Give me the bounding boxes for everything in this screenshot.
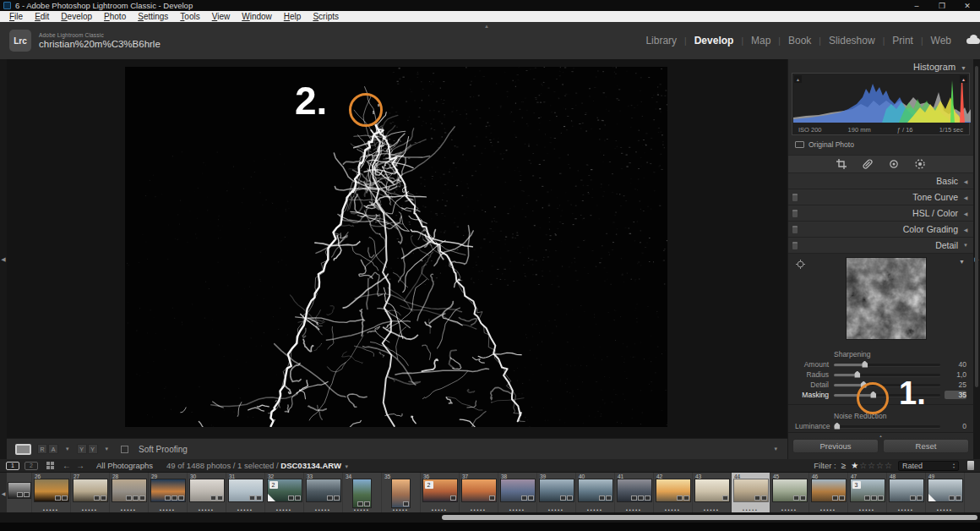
filmstrip-left-arrow[interactable]: ◀ (0, 473, 7, 514)
edit-badge-icon[interactable] (677, 495, 683, 501)
menu-scripts[interactable]: Scripts (307, 11, 345, 22)
filmstrip-cell-40[interactable]: 40••••• (576, 473, 615, 514)
edit-badge-icon[interactable] (631, 495, 637, 501)
edit-badge-icon[interactable] (364, 501, 370, 506)
soft-proofing-checkbox[interactable] (121, 446, 128, 453)
edit-badge-icon[interactable] (334, 495, 340, 501)
edit-badge-icon[interactable] (528, 495, 534, 501)
filmstrip-cell-partial[interactable] (7, 473, 32, 514)
panel-enable-toggle[interactable] (792, 242, 798, 249)
edit-badge-icon[interactable] (101, 495, 106, 501)
photo-thumbnail[interactable]: 2 (423, 479, 457, 501)
sharpen-preview-thumbnail[interactable] (846, 257, 927, 340)
photo-thumbnail[interactable]: 3 (851, 479, 885, 501)
edit-badge-icon[interactable] (567, 495, 573, 501)
edit-badge-icon[interactable] (450, 495, 456, 501)
toolbar-options-dropdown-icon[interactable]: ▾ (774, 446, 777, 452)
photo-thumbnail[interactable] (890, 479, 923, 501)
edit-badge-icon[interactable] (606, 495, 612, 501)
module-slideshow[interactable]: Slideshow (829, 35, 875, 47)
photo-thumbnail[interactable] (151, 479, 185, 501)
edit-badge-icon[interactable] (878, 495, 884, 501)
module-print[interactable]: Print (892, 35, 913, 47)
module-book[interactable]: Book (788, 35, 811, 47)
edit-badge-icon[interactable] (683, 495, 689, 501)
panel-enable-toggle[interactable] (792, 226, 798, 233)
filmstrip-cell-38[interactable]: 38••••• (498, 473, 537, 514)
edit-badge-icon[interactable] (793, 495, 799, 501)
photo-thumbnail[interactable] (695, 479, 729, 501)
menu-view[interactable]: View (206, 11, 237, 22)
edit-badge-icon[interactable] (94, 495, 100, 501)
filter-star-icon[interactable]: ★ (851, 461, 859, 470)
edit-badge-icon[interactable] (917, 495, 923, 501)
menu-photo[interactable]: Photo (98, 11, 132, 22)
shadow-clipping-icon[interactable]: ▲ (794, 75, 802, 83)
scrollbar-thumb[interactable] (442, 515, 977, 520)
edit-badge-icon[interactable] (357, 501, 363, 506)
edit-badge-icon[interactable] (62, 495, 68, 501)
photo-thumbnail[interactable] (353, 479, 371, 507)
expand-arrow-icon[interactable]: ◀ (958, 227, 973, 233)
edit-badge-icon[interactable] (139, 495, 145, 501)
photo-thumbnail[interactable] (35, 479, 68, 501)
edit-badge-icon[interactable] (949, 495, 955, 501)
collapse-arrow-icon[interactable]: ▼ (958, 243, 973, 248)
edit-badge-icon[interactable] (638, 495, 644, 501)
photo-thumbnail[interactable] (501, 479, 535, 501)
cloud-sync-icon[interactable] (966, 38, 980, 44)
preview-collapse-arrow-icon[interactable]: ▼ (959, 259, 965, 265)
filmstrip-cell-49[interactable]: 49••••• (926, 473, 965, 514)
filmstrip-cell-32[interactable]: 322••••• (265, 473, 304, 514)
before-after-left-button[interactable]: R (37, 444, 47, 454)
module-develop[interactable]: Develop (694, 35, 734, 47)
collapse-arrow-icon[interactable]: ▼ (961, 65, 966, 71)
edit-badge-icon[interactable] (126, 495, 132, 501)
photo-thumbnail[interactable] (579, 479, 612, 501)
filter-star-icon[interactable]: ☆ (859, 461, 868, 470)
expand-arrow-icon[interactable]: ◀ (958, 194, 973, 200)
photo-thumbnail[interactable] (734, 479, 768, 501)
module-library[interactable]: Library (645, 35, 677, 47)
preview-target-icon[interactable] (796, 260, 805, 269)
photo-thumbnail[interactable] (540, 479, 574, 501)
secondary-monitor-button[interactable]: 2 (24, 462, 38, 470)
panel-header-color-grading[interactable]: Color Grading◀ (788, 222, 973, 238)
panel-header-tone-curve[interactable]: Tone Curve◀ (788, 189, 973, 205)
edit-badge-icon[interactable] (839, 495, 845, 501)
edit-badge-icon[interactable] (599, 495, 605, 501)
photo-thumbnail[interactable] (928, 479, 962, 501)
slider-track[interactable] (834, 374, 940, 376)
masking-tool-icon[interactable] (914, 158, 926, 170)
menu-edit[interactable]: Edit (29, 11, 55, 22)
edit-badge-icon[interactable] (295, 495, 301, 501)
photo-thumbnail[interactable] (773, 479, 807, 501)
highlight-clipping-icon[interactable]: ▲ (960, 75, 967, 83)
crop-tool-icon[interactable] (836, 158, 847, 170)
module-web[interactable]: Web (931, 35, 951, 47)
reset-button[interactable]: Reset (883, 439, 969, 453)
edit-badge-icon[interactable] (956, 495, 961, 501)
restore-button[interactable]: ❐ (929, 2, 955, 10)
previous-button[interactable]: Previous (792, 439, 879, 453)
edit-badge-icon[interactable] (722, 495, 728, 501)
view-dropdown-icon[interactable]: ▾ (66, 446, 69, 452)
filmstrip-cell-29[interactable]: 29••••• (149, 473, 188, 514)
filmstrip-cell-36[interactable]: 362••••• (421, 473, 460, 514)
edit-badge-icon[interactable] (249, 495, 255, 501)
edit-badge-icon[interactable] (832, 495, 838, 501)
stack-count-badge[interactable]: 3 (852, 481, 861, 489)
photo-thumbnail[interactable] (74, 479, 107, 501)
filter-preset-dropdown[interactable]: Rated ▴▾ (898, 461, 959, 471)
edit-badge-icon[interactable] (403, 501, 409, 506)
edit-badge-icon[interactable] (172, 495, 177, 501)
source-dropdown-icon[interactable]: ▾ (346, 463, 349, 469)
panel-header-detail[interactable]: Detail▼ (788, 238, 973, 254)
filmstrip-cell-48[interactable]: 48••••• (887, 473, 926, 514)
filmstrip-cell-45[interactable]: 45••••• (770, 473, 809, 514)
edit-badge-icon[interactable] (165, 495, 171, 501)
menu-window[interactable]: Window (236, 11, 278, 22)
edit-badge-icon[interactable] (210, 495, 216, 501)
photo-thumbnail[interactable] (229, 479, 263, 501)
slider-handle[interactable] (870, 391, 876, 398)
